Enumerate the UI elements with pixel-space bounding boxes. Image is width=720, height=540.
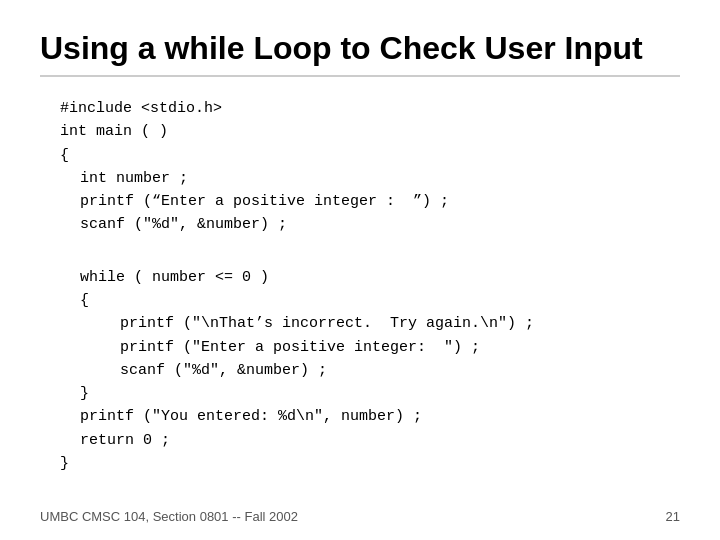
code-line-4: int number ; — [80, 167, 680, 190]
code-line-1: #include <stdio.h> — [60, 97, 680, 120]
slide-title: Using a while Loop to Check User Input — [40, 30, 680, 77]
code-line-11: scanf ("%d", &number) ; — [120, 359, 680, 382]
code-line-7: while ( number <= 0 ) — [80, 266, 680, 289]
code-line-2: int main ( ) — [60, 120, 680, 143]
code-line-15: } — [60, 452, 680, 475]
code-line-6: scanf ("%d", &number) ; — [80, 213, 680, 236]
code-line-14: return 0 ; — [80, 429, 680, 452]
code-line-3: { — [60, 144, 680, 167]
code-line-13: printf ("You entered: %d\n", number) ; — [80, 405, 680, 428]
code-line-5: printf (“Enter a positive integer : ”) ; — [80, 190, 680, 213]
code-line-12: } — [80, 382, 680, 405]
slide: Using a while Loop to Check User Input #… — [0, 0, 720, 540]
code-line-9: printf ("\nThat’s incorrect. Try again.\… — [120, 312, 680, 335]
code-block: #include <stdio.h> int main ( ) { int nu… — [60, 97, 680, 475]
footer-right: 21 — [666, 509, 680, 524]
code-line-space — [60, 243, 680, 266]
code-line-10: printf ("Enter a positive integer: ") ; — [120, 336, 680, 359]
footer: UMBC CMSC 104, Section 0801 -- Fall 2002… — [40, 509, 680, 524]
footer-left: UMBC CMSC 104, Section 0801 -- Fall 2002 — [40, 509, 298, 524]
code-line-8: { — [80, 289, 680, 312]
